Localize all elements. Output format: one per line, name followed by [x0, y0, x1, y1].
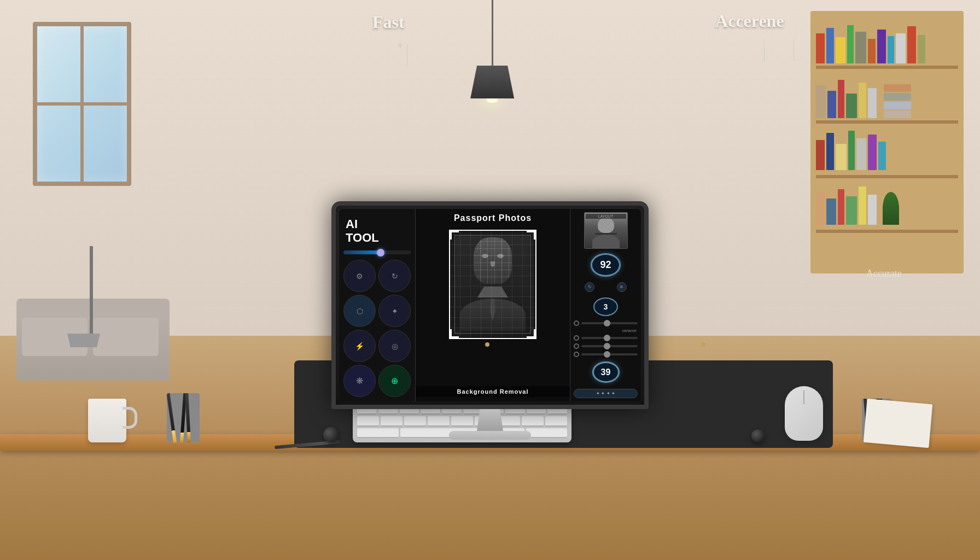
shelf-row: [816, 66, 958, 69]
person-silhouette: [456, 236, 530, 332]
mini-slider-3[interactable]: [581, 345, 638, 347]
book: [868, 135, 877, 170]
icon-button-6[interactable]: ◎: [378, 330, 411, 362]
ai-tool-subtitle: TOOL: [343, 231, 411, 245]
stacked-books: [884, 84, 911, 118]
mini-slider-4[interactable]: [581, 353, 638, 355]
eye-left: [482, 254, 488, 258]
book: [826, 199, 836, 225]
icon-grid: ⚙ ↻ ⬡ ✦ ⚡ ◎ ❋ ⊕: [343, 260, 411, 397]
stacked-book: [884, 110, 911, 118]
book: [848, 131, 855, 170]
radio-dot-1[interactable]: [574, 320, 579, 326]
shelf-books-4: [816, 183, 958, 225]
book: [868, 39, 876, 63]
photo-frame: [449, 230, 536, 339]
screen-left-panel: AI TOOL ⚙ ↻ ⬡ ✦ ⚡ ◎ ❋ ⊕: [339, 209, 416, 401]
book: [846, 94, 857, 118]
stacked-book: [884, 93, 911, 101]
bookshelf: [810, 11, 964, 273]
scene: AI TOOL ⚙ ↻ ⬡ ✦ ⚡ ◎ ❋ ⊕: [0, 0, 980, 560]
nose: [491, 261, 495, 267]
book: [868, 195, 877, 225]
thumb-head: [598, 217, 614, 233]
thumb-body: [592, 235, 620, 248]
shelf-books-3: [816, 129, 958, 170]
icon-button-1[interactable]: ⚙: [343, 260, 376, 292]
book: [877, 30, 886, 63]
mini-icons-row: ↻ ⊕: [574, 282, 638, 292]
icon-button-4[interactable]: ✦: [378, 295, 411, 327]
control-row-3: [574, 343, 638, 349]
book: [855, 32, 866, 63]
shelf-row: [816, 230, 958, 233]
book: [846, 196, 857, 225]
screen-right-panel: LAYOUT 92 ↻ ⊕ 3: [570, 209, 641, 401]
layout-label: LAYOUT: [586, 214, 626, 219]
radio-dot-2[interactable]: [574, 335, 579, 341]
monitor-screen: AI TOOL ⚙ ↻ ⬡ ✦ ⚡ ◎ ❋ ⊕: [339, 209, 641, 401]
floor-lamp: [82, 246, 100, 347]
lamp-pole: [90, 246, 93, 334]
book: [859, 83, 866, 118]
stacked-book: [884, 102, 911, 109]
book: [827, 91, 836, 118]
book: [878, 142, 886, 170]
ceiling-lamp: [470, 0, 514, 103]
decorative-pin-left: [485, 342, 489, 347]
icon-button-3[interactable]: ⬡: [343, 295, 376, 327]
mini-slider-2[interactable]: [581, 337, 638, 339]
sofa-cushion: [93, 318, 159, 356]
book: [847, 25, 854, 63]
background-removal-label: Background Removal: [416, 386, 570, 397]
lamp-bulb: [487, 98, 498, 103]
monitor-stand: [474, 409, 506, 431]
control-row-4: [574, 352, 638, 357]
eye-right: [497, 254, 504, 258]
shoulders: [460, 299, 526, 331]
book: [918, 35, 925, 63]
shelf-books-2: [816, 77, 958, 118]
icon-button-7[interactable]: ❋: [343, 365, 376, 397]
screen-center: Passport Photos: [416, 209, 570, 401]
book: [907, 26, 916, 63]
mini-icon-1[interactable]: ↻: [585, 282, 594, 292]
book: [816, 85, 826, 118]
score-circle-39: 39: [592, 361, 620, 383]
passport-thumbnail: LAYOUT: [584, 212, 628, 249]
control-row-1: [574, 320, 638, 326]
slider-control[interactable]: [343, 250, 411, 254]
book: [836, 144, 847, 170]
lamp-shade: [470, 66, 514, 98]
coffee-mug: [88, 399, 126, 442]
book: [838, 189, 844, 225]
icon-button-2[interactable]: ↻: [378, 260, 411, 292]
book: [856, 138, 866, 170]
mini-slider-1[interactable]: [581, 322, 638, 324]
radio-dot-3[interactable]: [574, 343, 579, 349]
book: [888, 36, 894, 63]
decorative-ball-right: [751, 429, 765, 442]
book: [838, 80, 844, 118]
shelf-books-1: [816, 22, 958, 63]
icon-button-8[interactable]: ⊕: [378, 365, 411, 397]
collar: [471, 287, 515, 298]
icon-button-5[interactable]: ⚡: [343, 330, 376, 362]
book: [868, 88, 877, 118]
shelf-row: [816, 120, 958, 124]
shelf-row: [816, 175, 958, 178]
tie: [489, 299, 496, 320]
monitor-wrapper: AI TOOL ⚙ ↻ ⬡ ✦ ⚡ ◎ ❋ ⊕: [331, 201, 649, 440]
pencil: [167, 393, 177, 442]
monitor: AI TOOL ⚙ ↻ ⬡ ✦ ⚡ ◎ ❋ ⊕: [331, 201, 649, 409]
radio-dot-4[interactable]: [574, 352, 579, 357]
stacked-book: [884, 84, 911, 92]
mini-icon-2[interactable]: ⊕: [617, 282, 627, 292]
action-button[interactable]: ✦ ✦ ✦ ✦: [574, 389, 638, 398]
book: [859, 186, 866, 225]
book: [816, 192, 825, 225]
head-mesh: [474, 237, 512, 284]
window: [33, 22, 131, 186]
control-row-2: [574, 335, 638, 341]
control-label-1: variance: [574, 329, 638, 332]
